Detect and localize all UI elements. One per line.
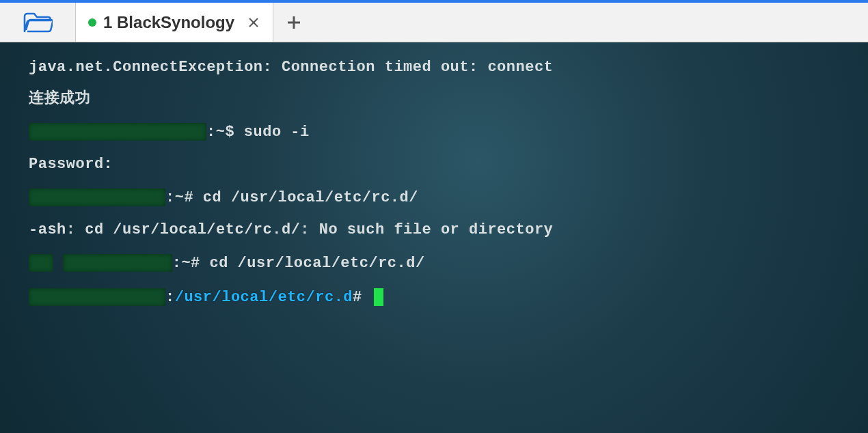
close-icon bbox=[248, 17, 259, 28]
terminal-line: 连接成功 bbox=[29, 92, 868, 107]
redacted-host bbox=[29, 188, 165, 206]
folder-open-icon bbox=[23, 11, 53, 34]
terminal-text: :~# cd /usr/local/etc/rc.d/ bbox=[165, 189, 418, 206]
redacted-host bbox=[29, 123, 206, 141]
terminal-text: : bbox=[165, 289, 175, 306]
cwd-path: /usr/local/etc/rc.d bbox=[175, 289, 353, 306]
terminal-cursor bbox=[374, 288, 383, 306]
open-folder-button[interactable] bbox=[0, 3, 75, 42]
terminal-line: :~$ sudo -i bbox=[29, 123, 868, 141]
terminal-line: Password: bbox=[29, 157, 868, 172]
terminal-line: :~# cd /usr/local/etc/rc.d/ bbox=[29, 188, 868, 206]
terminal-text: # bbox=[353, 289, 371, 306]
terminal-pane[interactable]: java.net.ConnectException: Connection ti… bbox=[0, 42, 868, 433]
close-tab-button[interactable] bbox=[247, 16, 260, 29]
terminal-line: -ash: cd /usr/local/etc/rc.d/: No such f… bbox=[29, 223, 868, 238]
redacted-host bbox=[29, 288, 165, 306]
redacted-host bbox=[63, 254, 172, 272]
tab-bar: 1 BlackSynology bbox=[0, 0, 868, 42]
connection-status-dot bbox=[88, 18, 96, 27]
plus-icon bbox=[286, 15, 301, 30]
terminal-tab[interactable]: 1 BlackSynology bbox=[75, 3, 273, 42]
terminal-line: :~# cd /usr/local/etc/rc.d/ bbox=[29, 254, 868, 272]
redacted-host bbox=[29, 254, 53, 272]
terminal-text: :~$ sudo -i bbox=[206, 124, 310, 141]
terminal-text: :~# cd /usr/local/etc/rc.d/ bbox=[172, 255, 425, 272]
terminal-line: java.net.ConnectException: Connection ti… bbox=[29, 60, 868, 75]
new-tab-button[interactable] bbox=[273, 3, 314, 42]
tab-label: 1 BlackSynology bbox=[103, 13, 234, 32]
terminal-prompt-line: :/usr/local/etc/rc.d# bbox=[29, 288, 868, 306]
